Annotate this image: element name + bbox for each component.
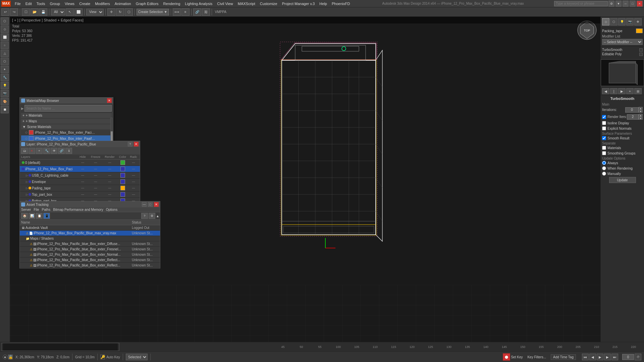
layer-panel-titlebar[interactable]: Layer: iPhone_12_Pro_Max_Box_Pacific_Blu… (20, 141, 140, 147)
layer-hide-4[interactable]: — (77, 186, 89, 190)
layer-freeze-5[interactable]: — (89, 193, 103, 196)
nav-btn-next[interactable]: ▶ (618, 88, 626, 94)
left-icon-9[interactable]: 💡 (1, 82, 9, 89)
layer-freeze-0[interactable]: — (89, 161, 103, 164)
icon-btn-2[interactable]: ▼ (615, 1, 622, 7)
menu-item-phoenixfd[interactable]: PhoenixFD (330, 1, 352, 6)
asset-tool-3[interactable]: 📋 (36, 213, 43, 219)
layer-tool-icon[interactable]: 🗂 (21, 148, 28, 154)
ts-render-iters-down[interactable]: ▼ (639, 117, 643, 120)
layer-color-box-col-5[interactable] (117, 192, 128, 197)
ts-update-btn[interactable]: Update (609, 177, 636, 183)
menu-item-animation[interactable]: Animation (113, 1, 133, 6)
layer-freeze-2[interactable]: — (89, 174, 103, 177)
asset-menu-file[interactable]: File (34, 208, 39, 212)
asset-menu-paths[interactable]: Paths (42, 208, 51, 212)
rotate-btn[interactable]: ↻ (116, 8, 124, 16)
layer-render-3[interactable]: — (103, 180, 117, 183)
left-icon-5[interactable]: △ (1, 50, 9, 57)
modifier-icon-lights[interactable]: 💡 (618, 18, 626, 25)
material-item-0[interactable]: ◇ iPhone_12_Pro_Max_Box_exter_Pacific_Bl… (21, 129, 112, 135)
ts-iterations-down[interactable]: ▼ (639, 110, 643, 113)
move-btn[interactable]: ✛ (107, 8, 115, 16)
layer-hide-3[interactable]: — (77, 180, 89, 183)
menu-item-help[interactable]: Help (317, 1, 329, 6)
menu-item-create[interactable]: Create (77, 1, 92, 6)
asset-tool-4[interactable]: 📱 (43, 213, 50, 219)
modifier-icon-geometry[interactable]: ◇ (602, 18, 609, 25)
link-btn[interactable]: 🔗 (193, 8, 201, 16)
layer-render-5[interactable]: — (103, 193, 117, 196)
layer-color-swatch-2[interactable] (120, 173, 125, 178)
layer-freeze-4[interactable]: — (89, 186, 103, 190)
menu-item-lighting[interactable]: Lighting Analysis (183, 1, 214, 6)
playback-to-end[interactable]: ⏭ (611, 354, 618, 360)
modifier-visibility-turbosmoother[interactable] (639, 48, 643, 52)
modifier-icon-cameras[interactable]: 📷 (626, 18, 634, 25)
toolbar-undo[interactable]: ↩ (1, 8, 9, 16)
search-input[interactable] (554, 1, 608, 6)
left-icon-12[interactable]: 🔲 (1, 106, 9, 113)
layer-color-swatch-4[interactable] (120, 186, 125, 190)
modifier-item-turbosmoother[interactable]: TurboSmooth (602, 48, 622, 52)
playback-play[interactable]: ▶ (597, 354, 603, 360)
asset-row-4[interactable]: ⚠ 🖼 iPhone_12_Pro_Max_Pacific_blue_Box_e… (20, 247, 160, 252)
playback-next-frame[interactable]: ▶ (604, 354, 611, 360)
playback-to-start[interactable]: ⏮ (582, 354, 589, 360)
menu-item-edit[interactable]: Edit (23, 1, 34, 6)
menu-item-views[interactable]: Views (63, 1, 76, 6)
layer-color-swatch-1[interactable] (120, 167, 125, 171)
layer-render-2[interactable]: — (103, 174, 117, 177)
selection-dropdown[interactable]: Selected (126, 354, 148, 360)
modifier-icon-shapes[interactable]: ⬡ (610, 18, 618, 25)
layer-color-box-col-1[interactable] (117, 167, 128, 171)
modifier-visibility-editable-poly[interactable] (639, 53, 643, 56)
ts-when-rendering-radio[interactable] (602, 166, 606, 170)
unlink-btn[interactable]: ⛓ (202, 8, 210, 16)
ts-explicit-normals-checkbox[interactable] (602, 126, 606, 130)
lock-icon[interactable]: 🔓 (8, 355, 13, 359)
materials-section-header[interactable]: + + Materials (21, 113, 112, 118)
scene-materials-header[interactable]: ▼ Scene Materials (21, 124, 112, 129)
menu-item-maxscript[interactable]: MAXScript (236, 1, 257, 6)
layer-color-box-col-2[interactable] (117, 173, 128, 178)
layer-hide-1[interactable]: — (77, 167, 89, 171)
asset-restore-btn[interactable]: □ (148, 202, 153, 207)
asset-tool-1[interactable]: 🏠 (21, 213, 28, 219)
asset-settings-btn[interactable]: ⚙ (149, 213, 155, 219)
timeline-track[interactable] (3, 343, 118, 351)
menu-item-tools[interactable]: Tools (35, 1, 47, 6)
nav-btn-expand[interactable]: ⊞ (634, 88, 642, 94)
nav-btn-pin[interactable]: | (610, 88, 618, 94)
asset-row-3[interactable]: ⚠ 🖼 iPhone_12_Pro_Max_Pacific_blue_Box_e… (20, 241, 160, 247)
left-icon-10[interactable]: 📷 (1, 90, 9, 97)
icon-btn-1[interactable]: ⚙ (608, 1, 614, 7)
ts-render-iters-up[interactable]: ▲ (639, 114, 643, 117)
left-icon-6[interactable]: ⬡ (1, 58, 9, 65)
layer-color-box-col-4[interactable] (117, 186, 128, 190)
asset-menu-server[interactable]: Server (21, 208, 31, 212)
layer-panel-help[interactable]: ? (128, 142, 132, 146)
left-icon-4[interactable]: ○ (1, 42, 9, 49)
packing-tape-color-swatch[interactable] (636, 28, 643, 33)
asset-row-1[interactable]: ⚠ 📄 iPhone_12_Pro_Max_Box_Pacific_Blue_m… (20, 231, 160, 236)
left-icon-2[interactable]: ◇ (1, 25, 9, 33)
asset-menu-bitmap[interactable]: Bitmap Performance and Memory (53, 208, 103, 212)
select-btn[interactable]: ↖ (66, 8, 74, 16)
modifier-icon-helpers[interactable]: ✙ (634, 18, 642, 25)
ts-render-iters-checkbox[interactable] (602, 115, 606, 119)
layer-add-btn[interactable]: + (36, 148, 43, 154)
asset-row-0[interactable]: 🏛 Autodesk Vault Logged Out (20, 225, 160, 231)
ts-materials-checkbox[interactable] (602, 146, 606, 150)
add-time-tag-btn[interactable]: Add Time Tag (551, 354, 576, 360)
layer-info-btn[interactable]: ℹ (65, 148, 72, 154)
layer-color-swatch-0[interactable] (120, 160, 125, 165)
view-dropdown[interactable]: View (86, 9, 104, 15)
menu-item-file[interactable]: File (13, 1, 23, 6)
mirror-btn[interactable]: ⟺ (173, 8, 181, 16)
layer-row-0[interactable]: 0 (default) — — — — (20, 160, 140, 166)
select-region-btn[interactable]: ⬜ (74, 8, 83, 16)
layer-row-2[interactable]: ▷ USB_C_Lightning_cable — — — — (20, 172, 140, 179)
menu-item-project-manager[interactable]: Project Manager v.3 (280, 1, 317, 6)
layer-row-1[interactable]: iPhone_12_Pro_Max_Box_Paci — — — — (20, 166, 140, 172)
